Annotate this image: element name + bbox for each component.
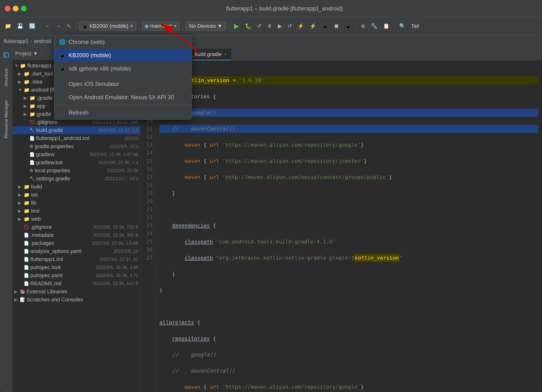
device-selector-dropdown[interactable]: 📱 KB2000 (mobile) ▼ — [79, 22, 136, 31]
apply-changes-button[interactable]: ▶ — [276, 22, 284, 30]
apply-code-changes-button[interactable]: ↺ — [286, 22, 294, 30]
dropdown-item-ios-sim[interactable]: Open iOS Simulator — [54, 77, 191, 91]
profile-button[interactable]: ⏸ — [265, 22, 274, 30]
project-structure-button[interactable]: 📋 — [381, 22, 391, 30]
tree-item-metadata[interactable]: 📄 .metadata 2022/3/5, 22:36, 305 B — [12, 231, 140, 239]
attach-debugger-button[interactable]: 📱 — [320, 22, 330, 30]
tree-item-pubspec-lock[interactable]: 📄 pubspec.lock 2022/3/5, 22:36, 3.96 — [12, 263, 140, 272]
tree-label: web — [31, 216, 138, 222]
tree-item-local-properties[interactable]: ⚙ local.properties 2022/3/5, 22:39 — [12, 167, 140, 175]
chevron-down-icon-2: ▼ — [173, 24, 177, 28]
dropdown-item-android-emu[interactable]: Open Android Emulator: Nexus 5X API 30 — [54, 91, 191, 104]
tree-item-test[interactable]: ▶ 📁 test — [12, 207, 140, 215]
back-button[interactable]: ← — [43, 22, 52, 30]
tree-item-gradlew[interactable]: 📄 gradlew 2022/3/5, 22:36, 4.97 kB — [12, 150, 140, 158]
dropdown-item-label: KB2000 (mobile) — [69, 52, 111, 59]
tree-item-gradle-properties[interactable]: ⚙ gradle.properties 2022/3/5, 22:3 — [12, 142, 140, 150]
file-meta: 2021/12/17, 03:3 — [103, 176, 138, 181]
file-meta: 2021/12/17, 03:31, 285 — [90, 120, 138, 125]
tree-label: gradlew — [36, 151, 86, 158]
tree-item-build-gradle[interactable]: 🔨 build.gradle 2022/3/5, 22:37, 1.0 — [12, 126, 140, 134]
expand-icon: ▶ — [18, 71, 22, 76]
tree-label: settings.gradle — [36, 176, 101, 182]
structure-label[interactable]: Structure — [4, 68, 9, 87]
tree-item-ios[interactable]: ▶ 📁 ios — [12, 191, 140, 199]
forward-button[interactable]: → — [54, 22, 63, 30]
tree-label: External Libraries — [27, 289, 138, 295]
sdk-manager-button[interactable]: ⊕ — [359, 22, 367, 30]
panel-title: Project ▼ — [15, 50, 38, 57]
tree-item-root-gitignore[interactable]: 🚫 .gitignore 2022/3/5, 22:36, 732 B — [12, 223, 140, 231]
yaml-icon: 📄 — [24, 273, 29, 278]
tree-item-external-libraries[interactable]: ▶ 📚 External Libraries — [12, 288, 140, 296]
breadcrumb-item-2[interactable]: android — [34, 38, 51, 44]
toolbar-separator-5 — [229, 22, 229, 30]
cursor-button[interactable]: ↖ — [65, 22, 73, 30]
tree-item-build[interactable]: ▶ 📁 build — [12, 183, 140, 191]
chevron-down-icon: ▼ — [130, 24, 134, 28]
dropdown-item-sdk-gphone[interactable]: 📱 sdk gphone x86 (mobile) — [54, 62, 191, 75]
code-editor[interactable]: 3 4 5 6 7 8 9 10 11 12 13 14 15 16 17 18 — [141, 60, 542, 392]
sidebar-project-icon[interactable] — [1, 50, 11, 60]
tabs-bar: ◆ main.dart × 🔨 build.gradle × — [141, 48, 542, 60]
tree-item-settings-gradle[interactable]: 🔨 settings.gradle 2021/12/17, 03:3 — [12, 175, 140, 183]
expand-icon: ▶ — [18, 192, 22, 197]
dropdown-item-label: Chrome (web) — [69, 39, 105, 45]
file-meta: 2022/3/5, 22:36, 732 B — [91, 224, 138, 230]
tree-label: .packages — [30, 240, 88, 246]
settings-button[interactable]: 🔧 — [369, 22, 379, 30]
device-icon-2: 📱 — [59, 65, 66, 72]
tree-item-gradlew-bat[interactable]: 📄 gradlew.bat 2022/3/5, 22:36, 2.4 — [12, 158, 140, 167]
tree-item-scratches[interactable]: ▶ 📝 Scratches and Consoles — [12, 296, 140, 304]
debug-button[interactable]: 🐛 — [243, 22, 253, 30]
dart-selector-dropdown[interactable]: ◆ main.dart ▼ — [142, 22, 180, 31]
tree-item-readme[interactable]: 📄 README.md 2022/3/5, 22:36, 541 B — [12, 279, 140, 288]
file-meta: 2022/3/5, 22:37, 61 — [98, 257, 138, 262]
tree-label: build — [31, 184, 138, 190]
maximize-button[interactable] — [21, 6, 27, 11]
tree-item-analysis-options[interactable]: 📄 analysis_options.yaml 2022/3/5, 22 — [12, 247, 140, 255]
file-icon: 🚫 — [24, 224, 29, 230]
run-button[interactable]: ▶ — [232, 21, 241, 31]
file-meta: 2022/3/5, 22:36, 541 B — [91, 281, 138, 286]
search-everywhere-button[interactable]: 🔍 — [397, 22, 407, 30]
hot-reload-button[interactable]: ⚡ — [296, 22, 306, 30]
save-button[interactable]: 💾 — [15, 22, 25, 30]
tree-item-flutterapp1-iml[interactable]: 📄 flutterapp1.iml 2022/3/5, 22:37, 61 — [12, 255, 140, 263]
refresh-button[interactable]: 🔄 — [27, 22, 37, 30]
tab-close-build-gradle[interactable]: × — [224, 52, 227, 57]
open-folder-button[interactable]: 📁 — [3, 22, 13, 30]
expand-icon: ▶ — [18, 184, 22, 189]
resource-manager-label[interactable]: Resource Manager — [4, 100, 9, 138]
no-devices-dropdown[interactable]: No Devices ▼ — [186, 22, 226, 31]
tree-label: .gitignore — [30, 224, 89, 230]
dropdown-item-kb2000[interactable]: 📱 KB2000 (mobile) — [54, 49, 191, 62]
toolbar-separator-4 — [183, 22, 183, 30]
device-manager-button[interactable]: 📱 — [343, 22, 353, 30]
run-with-coverage-button[interactable]: ↺ — [255, 22, 263, 30]
folder-icon: 📁 — [24, 200, 30, 206]
breadcrumb-item-1[interactable]: flutterapp1 — [4, 38, 28, 44]
tree-label: flutterapp1.iml — [30, 256, 96, 262]
dropdown-item-chrome[interactable]: 🌐 Chrome (web) — [54, 35, 191, 49]
toolbar-separator-7 — [394, 22, 394, 30]
stop-button[interactable]: ⚡ — [308, 22, 318, 30]
file-meta: 2022/3/5, 22:36, 3.5 kB — [90, 241, 139, 246]
tail-button[interactable]: Tail — [409, 22, 421, 30]
gradle-icon: 🔨 — [29, 128, 35, 133]
right-side: ◆ main.dart × 🔨 build.gradle × 3 4 5 6 7 — [141, 48, 542, 392]
tree-item-lib[interactable]: ▶ 📁 lib — [12, 199, 140, 207]
stop-run-button[interactable]: ⏹ — [332, 22, 341, 30]
folder-icon: 📁 — [20, 63, 26, 69]
tree-item-web[interactable]: ▶ 📁 web — [12, 215, 140, 223]
expand-icon: ▼ — [14, 63, 18, 68]
tree-item-packages[interactable]: 📄 .packages 2022/3/5, 22:36, 3.5 kB — [12, 239, 140, 247]
tree-item-iml[interactable]: 📄 flutterapp1_android.iml 2022/3 — [12, 134, 140, 142]
tree-label: ios — [31, 192, 138, 198]
minimize-button[interactable] — [13, 6, 18, 11]
expand-icon: ▶ — [24, 103, 28, 109]
tree-item-pubspec-yaml[interactable]: 📄 pubspec.yaml 2022/3/5, 22:36, 3.71 — [12, 272, 140, 279]
dropdown-item-refresh[interactable]: Refresh — [54, 106, 191, 119]
file-icon: 📄 — [29, 152, 35, 157]
close-button[interactable] — [5, 6, 11, 11]
